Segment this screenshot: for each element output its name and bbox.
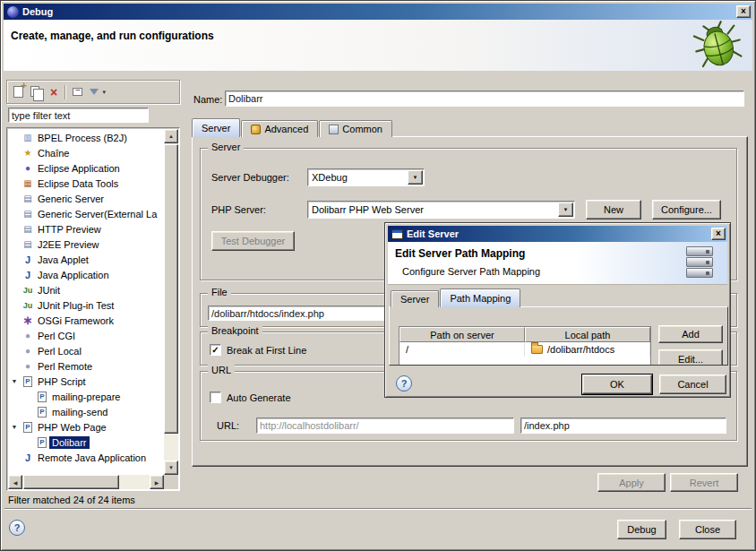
dropdown-icon[interactable]: ▼: [558, 202, 573, 217]
tree-item[interactable]: OSGi Framework: [8, 313, 164, 328]
tab-label: Server: [202, 123, 230, 133]
delete-configuration-button[interactable]: ×: [50, 84, 57, 100]
edit-mapping-button[interactable]: Edit...: [658, 349, 723, 366]
breakpoint-group-legend: Breakpoint: [208, 325, 262, 336]
tree-item[interactable]: JUnit Plug-in Test: [8, 297, 164, 313]
dialog-header: Create, manage, and run configurations: [4, 20, 752, 71]
table-row[interactable]: / /dolibarr/htdocs: [399, 342, 650, 357]
delete-icon: ×: [50, 86, 57, 99]
scroll-right-button[interactable]: ▶: [150, 475, 164, 489]
url-path-input[interactable]: [520, 418, 726, 434]
tree-item[interactable]: Generic Server: [8, 191, 164, 206]
tree-item[interactable]: HTTP Preview: [8, 221, 164, 237]
ok-button[interactable]: OK: [582, 375, 652, 394]
scroll-up-button[interactable]: ▲: [164, 129, 178, 143]
common-tab-icon: [329, 125, 339, 134]
edit-server-help-button[interactable]: ?: [396, 375, 412, 392]
tree-item[interactable]: ▼PHP Web Page: [8, 419, 164, 435]
tab-label: Common: [342, 124, 382, 134]
column-path-on-server[interactable]: Path on server: [399, 327, 525, 342]
url-group-legend: URL: [208, 365, 235, 375]
tree-horizontal-scrollbar[interactable]: ◀ ▶: [8, 475, 164, 489]
scroll-up-icon: ▲: [168, 133, 174, 139]
server-debugger-value: XDebug: [308, 172, 408, 183]
server-icon: [21, 193, 35, 205]
base-url-input[interactable]: [256, 418, 514, 434]
local-path-text: /dolibarr/htdocs: [547, 344, 614, 355]
collapse-all-button[interactable]: [73, 84, 82, 100]
configure-button[interactable]: Configure...: [652, 200, 721, 220]
tree-item-label: mailing-prepare: [49, 391, 123, 403]
tree-item[interactable]: Generic Server(External La: [8, 206, 164, 221]
server-debugger-select[interactable]: XDebug ▼: [307, 168, 425, 186]
horizontal-scrollbar-thumb[interactable]: [23, 475, 119, 489]
break-at-first-line-row: ✓ Break at First Line: [210, 344, 306, 356]
column-local-path[interactable]: Local path: [525, 327, 650, 342]
tree-item[interactable]: Remote Java Application: [8, 450, 164, 465]
tree-vertical-scrollbar[interactable]: ▲ ▼: [164, 129, 178, 475]
name-input[interactable]: [225, 90, 744, 107]
tool-icon: [21, 147, 35, 159]
tree-rows: BPEL Process (B2J) Chaîne Eclipse Applic…: [8, 130, 164, 475]
close-edit-server-button[interactable]: ×: [711, 228, 726, 240]
tree-item-label: Generic Server: [35, 193, 107, 205]
dropdown-icon[interactable]: ▼: [408, 170, 423, 185]
tree-item[interactable]: Chaîne: [8, 145, 164, 160]
auto-generate-checkbox[interactable]: [210, 392, 221, 403]
filter-input[interactable]: [8, 108, 149, 123]
tab-common[interactable]: Common: [319, 120, 392, 137]
tree-item[interactable]: BPEL Process (B2J): [8, 130, 164, 145]
cancel-button[interactable]: Cancel: [659, 375, 726, 394]
scroll-down-button[interactable]: ▼: [164, 461, 178, 475]
titlebar[interactable]: Debug ×: [4, 4, 752, 20]
tree-item[interactable]: Eclipse Application: [8, 160, 164, 176]
tree-item[interactable]: Eclipse Data Tools: [8, 176, 164, 191]
server-group-legend: Server: [208, 142, 244, 152]
tab-server[interactable]: Server: [391, 290, 439, 307]
tree-item[interactable]: mailing-prepare: [8, 389, 164, 404]
tree-item[interactable]: JUnit: [8, 282, 164, 297]
filter-menu-button[interactable]: ▼: [90, 84, 107, 100]
server-icon: [21, 223, 35, 236]
filter-status-text: Filter matched 24 of 24 items: [8, 495, 135, 505]
test-debugger-button[interactable]: Test Debugger: [211, 231, 295, 251]
tree-item[interactable]: mailing-send: [8, 404, 164, 419]
server-icon: [21, 238, 35, 251]
close-window-button[interactable]: ×: [736, 5, 751, 18]
tab-path-mapping[interactable]: Path Mapping: [440, 288, 520, 307]
folder-icon: [531, 345, 543, 354]
vertical-scrollbar-thumb[interactable]: [164, 144, 178, 434]
new-server-button[interactable]: New: [586, 200, 641, 220]
scroll-left-icon: ◀: [13, 479, 18, 486]
break-at-first-line-checkbox[interactable]: ✓: [210, 344, 221, 356]
help-button[interactable]: ?: [9, 520, 25, 536]
close-button[interactable]: Close: [679, 520, 736, 539]
tree-item[interactable]: Perl Local: [8, 343, 164, 358]
apply-button[interactable]: Apply: [597, 473, 666, 492]
php-server-select[interactable]: Dolibarr PHP Web Server ▼: [307, 201, 575, 219]
tree-item[interactable]: J2EE Preview: [8, 237, 164, 252]
tab-server[interactable]: Server: [192, 118, 240, 137]
tree-item[interactable]: ▼PHP Script: [8, 374, 164, 389]
edit-server-titlebar[interactable]: Edit Server ×: [388, 226, 727, 242]
revert-button[interactable]: Revert: [670, 473, 738, 492]
scroll-left-button[interactable]: ◀: [8, 475, 22, 489]
tree-item-selected[interactable]: Dolibarr: [8, 435, 164, 450]
duplicate-configuration-button[interactable]: [30, 84, 43, 100]
debug-bug-icon: [688, 15, 747, 73]
tree-item[interactable]: Perl CGI: [8, 328, 164, 343]
debug-button[interactable]: Debug: [617, 520, 666, 539]
osgi-icon: [21, 314, 35, 327]
tree-item[interactable]: Java Application: [8, 267, 164, 282]
tree-item-label: JUnit Plug-in Test: [35, 299, 116, 312]
tree-item[interactable]: Java Applet: [8, 252, 164, 267]
junit-icon: [21, 299, 35, 312]
new-configuration-button[interactable]: [13, 84, 23, 100]
duplicate-icon: [30, 86, 39, 97]
twistie-expanded-icon[interactable]: ▼: [8, 424, 21, 430]
add-mapping-button[interactable]: Add: [658, 325, 723, 343]
tree-item[interactable]: Perl Remote: [8, 358, 164, 374]
perl-icon: [21, 345, 35, 357]
tab-advanced[interactable]: Advanced: [241, 120, 318, 137]
twistie-expanded-icon[interactable]: ▼: [8, 378, 21, 384]
